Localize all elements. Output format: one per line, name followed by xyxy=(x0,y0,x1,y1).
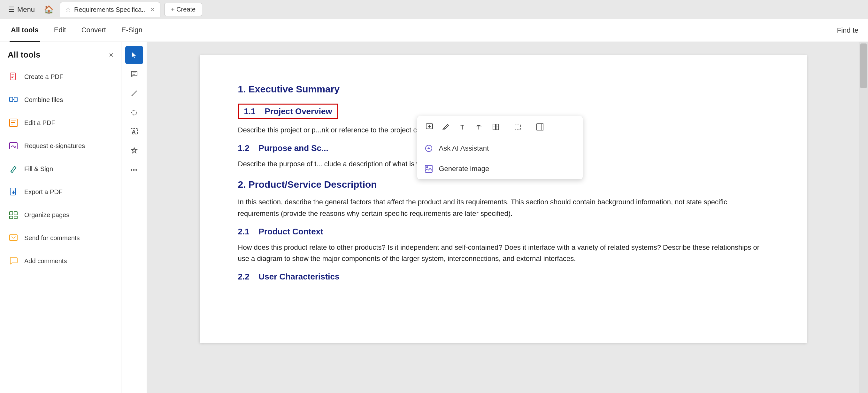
edit-ctx-button[interactable] xyxy=(439,120,453,134)
svg-rect-11 xyxy=(131,71,137,76)
more-tools-button[interactable]: ••• xyxy=(125,161,143,179)
sidebar-item-label: Create a PDF xyxy=(24,73,63,81)
find-text-button[interactable]: Find te xyxy=(837,26,859,34)
fill-sign-icon xyxy=(8,163,19,175)
project-overview-highlight: 1.1 Project Overview xyxy=(238,104,338,119)
sidebar-item-request-esignatures[interactable]: Request e-signatures xyxy=(0,134,121,157)
export-pdf-icon xyxy=(8,186,19,198)
section-1-heading: 1. Executive Summary xyxy=(238,84,768,95)
star-icon: ☆ xyxy=(65,6,71,13)
sidebar-item-label: Request e-signatures xyxy=(24,142,85,150)
cursor-tool-button[interactable] xyxy=(125,46,143,64)
ask-ai-menu-item[interactable]: Ask AI Assistant xyxy=(417,138,583,159)
sidebar-item-add-comments[interactable]: Add comments xyxy=(0,249,121,273)
toolbar-all-tools[interactable]: All tools xyxy=(9,19,40,42)
stamp-tool-button[interactable] xyxy=(125,142,143,160)
ask-ai-label: Ask AI Assistant xyxy=(439,144,489,152)
combine-files-icon xyxy=(8,94,19,106)
request-esignatures-icon xyxy=(8,140,19,151)
svg-rect-8 xyxy=(9,216,13,219)
send-comments-icon xyxy=(8,232,19,244)
sidebar-item-label: Organize pages xyxy=(24,212,69,219)
subsection-2-1-heading: 2.1 Product Context xyxy=(238,227,768,236)
hamburger-icon: ☰ xyxy=(8,5,15,14)
svg-text:T: T xyxy=(477,124,480,131)
text-select-tool-button[interactable]: A xyxy=(125,123,143,141)
sidebar-header: All tools × xyxy=(0,42,121,65)
pdf-area[interactable]: 1. Executive Summary 1.1 Project Overvie… xyxy=(147,42,859,393)
pdf-page: 1. Executive Summary 1.1 Project Overvie… xyxy=(200,55,807,343)
toolbar-edit[interactable]: Edit xyxy=(53,19,67,42)
create-button[interactable]: + Create xyxy=(164,3,202,16)
menu-button[interactable]: ☰ Menu xyxy=(5,3,38,16)
sidebar-item-label: Send for comments xyxy=(24,234,80,242)
vertical-toolbar: A ••• xyxy=(121,42,147,393)
tab-title: Requirements Specifica... xyxy=(74,6,147,13)
create-label: + Create xyxy=(171,6,195,13)
section-2-1-body: How does this product relate to other pr… xyxy=(238,242,768,264)
svg-text:T: T xyxy=(460,124,464,131)
svg-rect-1 xyxy=(9,97,13,102)
generate-image-menu-item[interactable]: Generate image xyxy=(417,159,583,179)
menu-label: Menu xyxy=(17,5,35,14)
edit-pdf-icon xyxy=(8,117,19,129)
svg-text:A: A xyxy=(132,129,136,135)
lasso-tool-button[interactable] xyxy=(125,104,143,121)
sidebar-item-label: Add comments xyxy=(24,257,67,265)
sidebar-item-send-comments[interactable]: Send for comments xyxy=(0,226,121,249)
toolbar-convert[interactable]: Convert xyxy=(80,19,107,42)
sidebar-item-label: Fill & Sign xyxy=(24,165,53,173)
section-2-body: In this section, describe the general fa… xyxy=(238,196,768,219)
select-ctx-button[interactable] xyxy=(511,120,525,134)
sidebar-item-label: Edit a PDF xyxy=(24,119,55,127)
context-toolbar-icons: T T xyxy=(417,116,583,138)
sidebar-item-edit-pdf[interactable]: Edit a PDF xyxy=(0,111,121,134)
export-ctx-button[interactable] xyxy=(533,120,547,134)
context-toolbar: T T xyxy=(417,116,583,179)
svg-rect-7 xyxy=(14,212,17,215)
scrollbar-thumb[interactable] xyxy=(860,44,867,88)
sidebar-item-label: Combine files xyxy=(24,96,63,104)
app-toolbar: All tools Edit Convert E-Sign Find te xyxy=(0,19,868,42)
sidebar-item-organize-pages[interactable]: Organize pages xyxy=(0,203,121,226)
browser-bar: ☰ Menu 🏠 ☆ Requirements Specifica... ✕ +… xyxy=(0,0,868,19)
ai-assistant-icon xyxy=(424,143,434,153)
sidebar-item-label: Export a PDF xyxy=(24,188,63,196)
sidebar-item-export-pdf[interactable]: Export a PDF xyxy=(0,180,121,203)
svg-point-30 xyxy=(427,167,428,168)
subsection-1-1-heading: 1.1 Project Overview xyxy=(244,107,332,116)
scrollbar-track[interactable] xyxy=(859,42,868,393)
svg-rect-10 xyxy=(9,235,17,241)
section-2-heading: 2. Product/Service Description xyxy=(238,179,768,190)
format-ctx-button[interactable] xyxy=(489,120,503,134)
sidebar-close-button[interactable]: × xyxy=(109,51,114,59)
subsection-2-2-heading: 2.2 User Characteristics xyxy=(238,272,768,282)
browser-tab[interactable]: ☆ Requirements Specifica... ✕ xyxy=(60,2,160,17)
svg-rect-29 xyxy=(425,165,432,172)
svg-rect-2 xyxy=(14,97,17,102)
add-comment-ctx-button[interactable] xyxy=(422,120,436,134)
toolbar-esign[interactable]: E-Sign xyxy=(120,19,144,42)
sidebar-item-combine-files[interactable]: Combine files xyxy=(0,88,121,111)
organize-pages-icon xyxy=(8,209,19,221)
svg-rect-27 xyxy=(537,124,541,130)
ctx-divider-2 xyxy=(529,122,529,132)
svg-rect-6 xyxy=(9,212,13,215)
svg-rect-26 xyxy=(515,124,521,130)
svg-rect-5 xyxy=(10,188,16,195)
sidebar-item-create-pdf[interactable]: Create a PDF xyxy=(0,65,121,88)
text-ctx-button[interactable]: T xyxy=(456,120,470,134)
sidebar-item-fill-sign[interactable]: Fill & Sign xyxy=(0,157,121,180)
comment-tool-button[interactable] xyxy=(125,65,143,83)
tab-close-button[interactable]: ✕ xyxy=(150,6,155,13)
generate-image-icon xyxy=(424,164,434,174)
ctx-divider xyxy=(507,122,507,132)
sidebar-title: All tools xyxy=(8,50,40,60)
main-layout: All tools × Create a PDF Combine files E… xyxy=(0,42,868,393)
generate-image-label: Generate image xyxy=(439,165,489,173)
home-button[interactable]: 🏠 xyxy=(42,3,56,17)
strikethrough-ctx-button[interactable]: T xyxy=(472,120,486,134)
pen-tool-button[interactable] xyxy=(125,84,143,102)
home-icon: 🏠 xyxy=(44,5,54,14)
svg-rect-9 xyxy=(14,216,17,219)
